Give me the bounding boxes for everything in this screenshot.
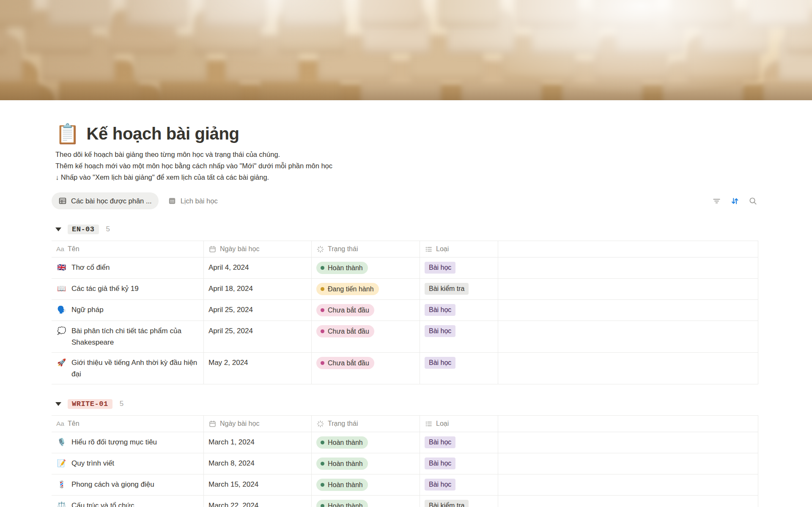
type-cell[interactable]: Bài học bbox=[420, 300, 498, 321]
text-property-icon: Aa bbox=[56, 245, 64, 253]
table-row[interactable]: 💈 Phong cách và giọng điệu March 15, 202… bbox=[52, 474, 758, 496]
search-icon[interactable] bbox=[749, 197, 757, 206]
date-cell[interactable]: May 2, 2024 bbox=[204, 353, 312, 384]
empty-cell[interactable] bbox=[498, 279, 758, 299]
date-cell[interactable]: April 25, 2024 bbox=[204, 300, 312, 321]
status-cell[interactable]: Chưa bắt đầu bbox=[312, 300, 420, 321]
table-row[interactable]: 📖 Các tác giả thế kỷ 19 April 18, 2024 Đ… bbox=[52, 279, 758, 300]
column-header-status[interactable]: Trạng thái bbox=[312, 416, 420, 432]
empty-cell[interactable] bbox=[498, 300, 758, 321]
type-cell[interactable]: Bài học bbox=[420, 353, 498, 384]
column-label: Trạng thái bbox=[328, 245, 358, 253]
table-row[interactable]: 🗣️ Ngữ pháp April 25, 2024 Chưa bắt đầu … bbox=[52, 300, 758, 321]
date-cell[interactable]: March 15, 2024 bbox=[204, 474, 312, 495]
title-row: 📋 Kế hoạch bài giảng bbox=[52, 124, 758, 143]
empty-cell[interactable] bbox=[498, 258, 758, 278]
name-cell[interactable]: 🇬🇧 Thơ cổ điển bbox=[52, 258, 204, 278]
type-cell[interactable]: Bài kiểm tra bbox=[420, 496, 498, 507]
name-cell[interactable]: ⚖️ Cấu trúc và tổ chức bbox=[52, 496, 204, 507]
text-property-icon: Aa bbox=[56, 420, 64, 428]
column-label: Loại bbox=[436, 245, 449, 253]
row-title: Ngữ pháp bbox=[71, 304, 199, 315]
date-cell[interactable]: April 4, 2024 bbox=[204, 258, 312, 278]
date-cell[interactable]: March 22, 2024 bbox=[204, 496, 312, 507]
collapse-triangle-icon[interactable] bbox=[55, 227, 61, 231]
date-value: April 4, 2024 bbox=[208, 262, 249, 273]
date-cell[interactable]: March 8, 2024 bbox=[204, 453, 312, 474]
type-cell[interactable]: Bài học bbox=[420, 474, 498, 495]
type-tag: Bài kiểm tra bbox=[425, 500, 469, 507]
view-tab-lesson-calendar[interactable]: Lịch bài học bbox=[161, 192, 225, 209]
status-cell[interactable]: Chưa bắt đầu bbox=[312, 321, 420, 352]
name-cell[interactable]: 📖 Các tác giả thế kỷ 19 bbox=[52, 279, 204, 299]
column-header-empty[interactable] bbox=[498, 241, 758, 257]
name-cell[interactable]: 💭 Bài phân tích chi tiết tác phẩm của Sh… bbox=[52, 321, 204, 352]
date-cell[interactable]: March 1, 2024 bbox=[204, 432, 312, 453]
table-row[interactable]: 🎙️ Hiểu rõ đối tượng mục tiêu March 1, 2… bbox=[52, 432, 758, 453]
group-header[interactable]: EN-03 5 bbox=[52, 222, 758, 236]
column-header-name[interactable]: Aa Tên bbox=[52, 241, 204, 257]
date-value: May 2, 2024 bbox=[208, 357, 248, 368]
date-cell[interactable]: April 25, 2024 bbox=[204, 321, 312, 352]
status-pill: Hoàn thành bbox=[316, 436, 368, 449]
status-cell[interactable]: Hoàn thành bbox=[312, 453, 420, 474]
type-cell[interactable]: Bài học bbox=[420, 453, 498, 474]
column-header-date[interactable]: Ngày bài học bbox=[204, 241, 312, 257]
status-cell[interactable]: Chưa bắt đầu bbox=[312, 353, 420, 384]
table-row[interactable]: 📝 Quy trình viết March 8, 2024 Hoàn thàn… bbox=[52, 453, 758, 474]
filter-icon[interactable] bbox=[712, 197, 721, 206]
type-cell[interactable]: Bài kiểm tra bbox=[420, 279, 498, 299]
status-cell[interactable]: Đang tiến hành bbox=[312, 279, 420, 299]
empty-cell[interactable] bbox=[498, 474, 758, 495]
row-emoji-icon: 🇬🇧 bbox=[57, 262, 68, 273]
page-icon[interactable]: 📋 bbox=[55, 124, 80, 143]
column-header-empty[interactable] bbox=[498, 416, 758, 432]
empty-cell[interactable] bbox=[498, 321, 758, 352]
name-cell[interactable]: 📝 Quy trình viết bbox=[52, 453, 204, 474]
status-pill: Chưa bắt đầu bbox=[316, 357, 374, 369]
status-cell[interactable]: Hoàn thành bbox=[312, 474, 420, 495]
name-cell[interactable]: 🎙️ Hiểu rõ đối tượng mục tiêu bbox=[52, 432, 204, 453]
row-title: Bài phân tích chi tiết tác phẩm của Shak… bbox=[71, 325, 199, 348]
cover-chair bbox=[282, 0, 344, 27]
column-header-date[interactable]: Ngày bài học bbox=[204, 416, 312, 432]
name-cell[interactable]: 🚀 Giới thiệu về tiếng Anh thời kỳ đầu hi… bbox=[52, 353, 204, 384]
status-cell[interactable]: Hoàn thành bbox=[312, 258, 420, 278]
status-pill: Hoàn thành bbox=[316, 262, 368, 274]
view-tabs: Các bài học được phân ... Lịch bài học bbox=[52, 192, 225, 209]
column-header-type[interactable]: Loại bbox=[420, 416, 498, 432]
table-row[interactable]: ⚖️ Cấu trúc và tổ chức March 22, 2024 Ho… bbox=[52, 496, 758, 507]
sort-arrows-icon[interactable] bbox=[730, 197, 739, 206]
column-header-type[interactable]: Loại bbox=[420, 241, 498, 257]
type-cell[interactable]: Bài học bbox=[420, 258, 498, 278]
type-tag: Bài học bbox=[425, 479, 455, 491]
cover-chair bbox=[593, 0, 656, 27]
table-row[interactable]: 🇬🇧 Thơ cổ điển April 4, 2024 Hoàn thành … bbox=[52, 258, 758, 279]
empty-cell[interactable] bbox=[498, 496, 758, 507]
group-row-count: 5 bbox=[106, 225, 110, 233]
view-bar: Các bài học được phân ... Lịch bài học bbox=[52, 192, 758, 210]
empty-cell[interactable] bbox=[498, 453, 758, 474]
name-cell[interactable]: 💈 Phong cách và giọng điệu bbox=[52, 474, 204, 495]
cover-chair bbox=[204, 0, 266, 27]
name-cell[interactable]: 🗣️ Ngữ pháp bbox=[52, 300, 204, 321]
column-header-name[interactable]: Aa Tên bbox=[52, 416, 204, 432]
date-cell[interactable]: April 18, 2024 bbox=[204, 279, 312, 299]
cover-chair bbox=[671, 0, 733, 27]
status-cell[interactable]: Hoàn thành bbox=[312, 432, 420, 453]
type-tag: Bài học bbox=[425, 436, 455, 448]
column-header-status[interactable]: Trạng thái bbox=[312, 241, 420, 257]
type-cell[interactable]: Bài học bbox=[420, 321, 498, 352]
status-cell[interactable]: Hoàn thành bbox=[312, 496, 420, 507]
table-row[interactable]: 🚀 Giới thiệu về tiếng Anh thời kỳ đầu hi… bbox=[52, 353, 758, 384]
group-header[interactable]: WRITE-01 5 bbox=[52, 397, 758, 411]
type-cell[interactable]: Bài học bbox=[420, 432, 498, 453]
view-tab-assigned-lessons[interactable]: Các bài học được phân ... bbox=[52, 192, 159, 209]
collapse-triangle-icon[interactable] bbox=[55, 402, 61, 406]
empty-cell[interactable] bbox=[498, 353, 758, 384]
group-name-badge: EN-03 bbox=[68, 225, 99, 234]
table-row[interactable]: 💭 Bài phân tích chi tiết tác phẩm của Sh… bbox=[52, 321, 758, 353]
empty-cell[interactable] bbox=[498, 432, 758, 453]
bulleted-list-icon bbox=[425, 245, 433, 253]
row-title: Phong cách và giọng điệu bbox=[71, 479, 199, 490]
